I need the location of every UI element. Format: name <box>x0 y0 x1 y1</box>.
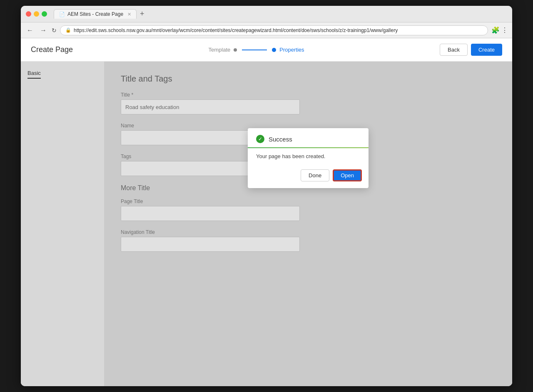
back-button[interactable]: Back <box>440 44 468 56</box>
close-button[interactable] <box>26 11 31 17</box>
page-content: Create Page Template Properties Back Cre… <box>21 38 512 386</box>
address-bar: ← → ↻ 🔒 https://edit.sws.schools.nsw.gov… <box>21 22 512 38</box>
done-button[interactable]: Done <box>301 169 329 181</box>
modal-overlay: ✓ Success Your page has been created. Do… <box>104 62 512 386</box>
check-icon: ✓ <box>258 136 262 142</box>
url-text: https://edit.sws.schools.nsw.gov.au/mnt/… <box>74 27 398 33</box>
extensions-button[interactable]: 🧩 <box>491 26 500 34</box>
modal-header: ✓ Success <box>248 128 369 147</box>
minimize-button[interactable] <box>34 11 39 17</box>
wizard-steps: Template Properties <box>209 47 304 53</box>
modal-message: Your page has been created. <box>256 153 360 159</box>
aem-header: Create Page Template Properties Back Cre… <box>21 38 512 62</box>
traffic-lights <box>26 11 47 17</box>
tab-title: AEM Sites - Create Page <box>67 11 123 17</box>
refresh-button[interactable]: ↻ <box>52 27 57 34</box>
tab-area: 📄 AEM Sites - Create Page ✕ + <box>54 9 507 19</box>
header-buttons: Back Create <box>440 44 502 56</box>
form-area: Title and Tags Title * Name Tags ☑ <box>104 62 512 386</box>
browser-action-buttons: 🧩 ⋮ <box>491 26 508 34</box>
tab-page-icon: 📄 <box>59 12 65 17</box>
lock-icon: 🔒 <box>65 27 71 33</box>
title-bar: 📄 AEM Sites - Create Page ✕ + <box>21 6 512 22</box>
step2-label: Properties <box>279 47 304 53</box>
create-button[interactable]: Create <box>471 44 502 56</box>
modal-divider <box>248 147 369 148</box>
open-button[interactable]: Open <box>333 169 362 181</box>
modal-footer: Done Open <box>248 166 369 188</box>
modal-title: Success <box>269 136 292 143</box>
success-modal: ✓ Success Your page has been created. Do… <box>248 128 369 188</box>
step1-dot <box>234 48 237 52</box>
step2-dot <box>272 48 276 52</box>
menu-button[interactable]: ⋮ <box>501 26 508 34</box>
sidebar-underline <box>27 78 41 79</box>
step-line <box>242 50 267 50</box>
new-tab-button[interactable]: + <box>138 10 146 18</box>
sidebar: Basic <box>21 62 104 386</box>
tab-close-icon[interactable]: ✕ <box>127 12 131 17</box>
forward-nav-button[interactable]: → <box>38 26 48 35</box>
active-tab[interactable]: 📄 AEM Sites - Create Page ✕ <box>54 9 137 19</box>
modal-body: Your page has been created. <box>248 153 369 166</box>
sidebar-tab-basic[interactable]: Basic <box>27 70 97 76</box>
url-bar[interactable]: 🔒 https://edit.sws.schools.nsw.gov.au/mn… <box>60 25 488 35</box>
main-area: Basic Title and Tags Title * Name Tags <box>21 62 512 386</box>
back-nav-button[interactable]: ← <box>25 26 35 35</box>
maximize-button[interactable] <box>42 11 47 17</box>
success-icon: ✓ <box>256 135 264 143</box>
page-title: Create Page <box>31 45 73 54</box>
browser-window: 📄 AEM Sites - Create Page ✕ + ← → ↻ 🔒 ht… <box>21 6 512 386</box>
step1-label: Template <box>209 47 231 53</box>
